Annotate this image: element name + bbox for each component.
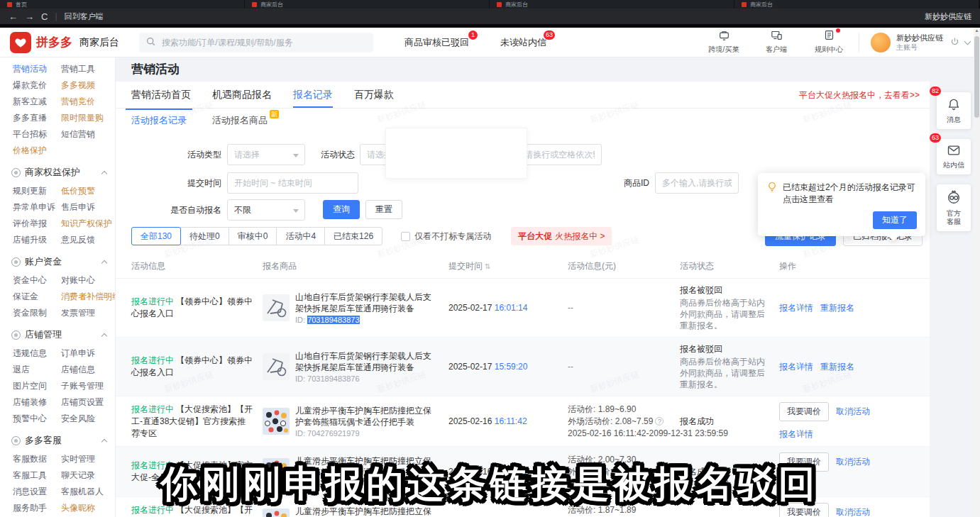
sidebar-item[interactable]: 低价预警 xyxy=(61,185,115,197)
filter-chip[interactable]: 审核中0 xyxy=(229,227,277,245)
main-tab[interactable]: 报名记录 xyxy=(293,89,333,108)
back-icon[interactable]: ← xyxy=(9,12,18,21)
action-link[interactable]: 报名详情 xyxy=(779,302,813,314)
action-link[interactable]: 取消活动 xyxy=(836,406,870,418)
search-input[interactable] xyxy=(160,37,366,48)
logout-icon[interactable] xyxy=(950,36,959,49)
unread-mail-link[interactable]: 未读站内信63 xyxy=(500,36,546,49)
sidebar-item[interactable]: 意见反馈 xyxy=(61,234,115,246)
browser-tab[interactable]: 商家后台 xyxy=(490,0,734,9)
collapse-caret-icon[interactable] xyxy=(101,333,107,338)
sidebar-item[interactable]: 保证金 xyxy=(13,291,61,303)
official-support-entry[interactable]: 官方客服 xyxy=(937,184,971,231)
sidebar-item[interactable]: 违规信息 xyxy=(13,348,61,360)
sidebar-item[interactable]: 安全风险 xyxy=(61,413,115,425)
messages-entry[interactable]: 82 消息 xyxy=(937,92,971,129)
sidebar-item[interactable]: 消费者补偿明细 xyxy=(61,291,116,303)
sidebar-item[interactable]: 限时限量购 xyxy=(61,112,115,124)
submit-time-input[interactable] xyxy=(227,172,358,194)
sidebar-item[interactable]: 店铺信息 xyxy=(61,364,115,376)
reload-icon[interactable]: C xyxy=(41,12,48,21)
sidebar-item[interactable]: 图片空间 xyxy=(13,380,61,392)
filter-chip[interactable]: 待处理0 xyxy=(180,227,229,245)
collapse-caret-icon[interactable] xyxy=(101,438,107,444)
sidebar-item[interactable]: 发票管理 xyxy=(61,307,116,319)
sidebar-item[interactable]: 多多直播 xyxy=(13,112,61,124)
reset-button[interactable]: 重置 xyxy=(365,200,402,219)
global-search[interactable] xyxy=(139,33,373,52)
product-thumbnail[interactable] xyxy=(263,353,290,380)
browser-profile-name[interactable]: 新妙妙供应链 xyxy=(925,11,971,22)
product-thumbnail[interactable] xyxy=(263,294,290,321)
sidebar-item[interactable]: 资金中心 xyxy=(13,274,61,287)
filter-chip[interactable]: 全部130 xyxy=(131,227,181,245)
big-promo-chip[interactable]: 平台大促火热报名中 > xyxy=(511,227,612,245)
sidebar-item[interactable]: 子账号管理 xyxy=(61,380,115,392)
sidebar-item[interactable]: 资金限制 xyxy=(13,307,61,319)
scrollbar-thumb[interactable] xyxy=(974,36,979,118)
sub-tab[interactable]: 活动报名商品新 xyxy=(212,109,268,133)
main-tab[interactable]: 营销活动首页 xyxy=(131,89,191,108)
sidebar-item[interactable]: 规则更新 xyxy=(13,185,61,197)
adjust-price-button[interactable]: 我要调价 xyxy=(779,402,829,421)
product-thumbnail[interactable] xyxy=(263,508,290,517)
action-link[interactable]: 重新报名 xyxy=(820,302,854,314)
sidebar-item[interactable]: 营销活动 xyxy=(13,63,61,75)
sidebar-item[interactable]: 退店 xyxy=(13,364,61,376)
filter-chip[interactable]: 活动中4 xyxy=(276,227,325,245)
scrollbar-up-arrow[interactable]: ▲ xyxy=(974,28,980,33)
sub-tab[interactable]: 活动报名记录 xyxy=(131,109,187,133)
sidebar-section-header[interactable]: 商家权益保护 xyxy=(11,166,115,179)
action-link[interactable]: 报名详情 xyxy=(779,361,813,373)
sidebar-item[interactable]: 售后申诉 xyxy=(61,201,115,213)
action-link[interactable]: 重新报名 xyxy=(820,361,854,373)
chevron-down-icon[interactable] xyxy=(964,38,971,45)
sort-icon[interactable]: ⇅ xyxy=(485,262,490,270)
avatar[interactable] xyxy=(871,33,891,52)
sidebar-item[interactable]: 爆款竞价 xyxy=(13,79,61,91)
sidebar-item[interactable]: 营销工具 xyxy=(61,63,115,75)
activity-type-select[interactable]: 请选择 xyxy=(227,144,305,165)
filter-chip[interactable]: 已结束126 xyxy=(324,227,382,245)
sidebar-item[interactable]: 平台招标 xyxy=(13,128,61,140)
sidebar-item[interactable]: 店铺装修 xyxy=(13,396,61,408)
rule-center-entry[interactable]: 规则中心 xyxy=(810,30,847,55)
product-thumbnail[interactable] xyxy=(263,408,290,435)
sidebar-item[interactable]: 店铺页设置 xyxy=(61,396,115,408)
sidebar-item[interactable]: 评价举报 xyxy=(13,218,61,230)
sidebar-item[interactable]: 新客立减 xyxy=(13,96,61,108)
browser-tab[interactable]: 商家后台 xyxy=(734,0,979,9)
page-scrollbar[interactable]: ▲ xyxy=(974,28,980,517)
sidebar-item[interactable]: 对账中心 xyxy=(61,274,116,287)
sidebar-section-header[interactable]: 账户资金 xyxy=(11,255,115,268)
sidebar-item[interactable]: 店铺升级 xyxy=(13,234,61,246)
sidebar-item[interactable]: 知识产权保护 xyxy=(61,218,115,230)
goods-id-input[interactable] xyxy=(655,172,739,194)
collapse-caret-icon[interactable] xyxy=(101,260,107,265)
got-it-button[interactable]: 知道了 xyxy=(873,211,917,229)
sidebar-item[interactable]: 预警中心 xyxy=(13,413,61,425)
sidebar-item[interactable]: 短信营销 xyxy=(61,128,115,140)
cross-border-entry[interactable]: 跨境/买菜 xyxy=(705,30,742,55)
exclusive-activity-checkbox[interactable] xyxy=(401,232,410,241)
search-button[interactable]: 查询 xyxy=(323,200,360,219)
help-icon[interactable]: ? xyxy=(655,417,664,426)
sidebar-section-header[interactable]: 店铺管理 xyxy=(11,328,115,341)
action-link[interactable]: 报名详情 xyxy=(779,428,813,440)
promo-campaign-link[interactable]: 平台大促火热报名中，去看看>> xyxy=(799,89,920,108)
sidebar-item[interactable]: 订单申诉 xyxy=(61,348,115,360)
audit-rejected-link[interactable]: 商品审核已驳回1 xyxy=(404,36,469,49)
auto-signup-select[interactable]: 不限 xyxy=(227,199,305,221)
main-tab[interactable]: 机遇商品报名 xyxy=(212,89,272,108)
mailbox-entry[interactable]: 63 站内信 xyxy=(937,139,971,174)
forward-icon[interactable]: → xyxy=(25,12,34,21)
browser-tab[interactable]: 首页 xyxy=(0,0,245,9)
browser-tab[interactable]: 商家后台 xyxy=(245,0,490,9)
sidebar-item[interactable]: 营销竞价 xyxy=(61,96,115,108)
sidebar-item[interactable]: 异常单申诉 xyxy=(13,201,61,213)
sidebar-item[interactable]: 多多视频 xyxy=(61,79,115,91)
client-app-entry[interactable]: 客户端 xyxy=(758,30,795,55)
pinduoduo-logo-icon[interactable] xyxy=(10,32,31,53)
collapse-caret-icon[interactable] xyxy=(101,170,107,176)
main-tab[interactable]: 百万爆款 xyxy=(354,89,394,108)
